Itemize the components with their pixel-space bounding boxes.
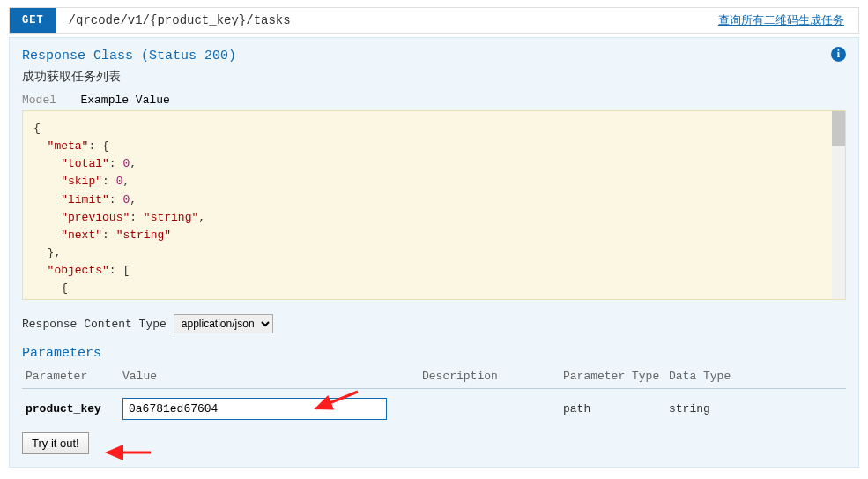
param-type: path <box>560 389 665 430</box>
response-description: 成功获取任务列表 <box>22 69 846 85</box>
col-parameter-type: Parameter Type <box>560 364 665 389</box>
response-class-title: Response Class (Status 200) <box>22 49 846 64</box>
param-data-type: string <box>665 389 846 430</box>
operation-panel: i Response Class (Status 200) 成功获取任务列表 M… <box>9 37 859 468</box>
annotation-arrow-icon <box>102 444 155 461</box>
tab-example-value[interactable]: Example Value <box>80 94 169 107</box>
http-method-badge: GET <box>10 8 56 33</box>
parameters-title: Parameters <box>22 346 846 361</box>
example-scrollbar-thumb[interactable] <box>832 111 845 146</box>
example-value-box[interactable]: { "meta": { "total": 0, "skip": 0, "limi… <box>22 110 846 300</box>
col-value: Value <box>119 364 419 389</box>
col-description: Description <box>419 364 560 389</box>
col-data-type: Data Type <box>665 364 846 389</box>
parameters-table: Parameter Value Description Parameter Ty… <box>22 364 846 429</box>
response-content-type-select[interactable]: application/json <box>174 314 273 333</box>
param-description <box>419 389 560 430</box>
response-content-type-label: Response Content Type <box>22 318 167 331</box>
parameters-header-row: Parameter Value Description Parameter Ty… <box>22 364 846 389</box>
response-content-type-row: Response Content Type application/json <box>22 314 846 333</box>
response-tabs: Model Example Value <box>22 94 846 107</box>
endpoint-path: /qrcode/v1/{product_key}/tasks <box>56 13 718 27</box>
col-parameter: Parameter <box>22 364 119 389</box>
param-value-input[interactable] <box>122 398 387 420</box>
tab-model[interactable]: Model <box>22 94 56 107</box>
endpoint-header[interactable]: GET /qrcode/v1/{product_key}/tasks 查询所有二… <box>9 7 859 34</box>
endpoint-summary-link[interactable]: 查询所有二维码生成任务 <box>718 12 858 28</box>
param-value-cell <box>119 389 419 430</box>
info-icon[interactable]: i <box>831 47 846 62</box>
try-it-out-button[interactable]: Try it out! <box>22 432 89 454</box>
param-name: product_key <box>22 389 119 430</box>
table-row: product_key path string <box>22 389 846 430</box>
